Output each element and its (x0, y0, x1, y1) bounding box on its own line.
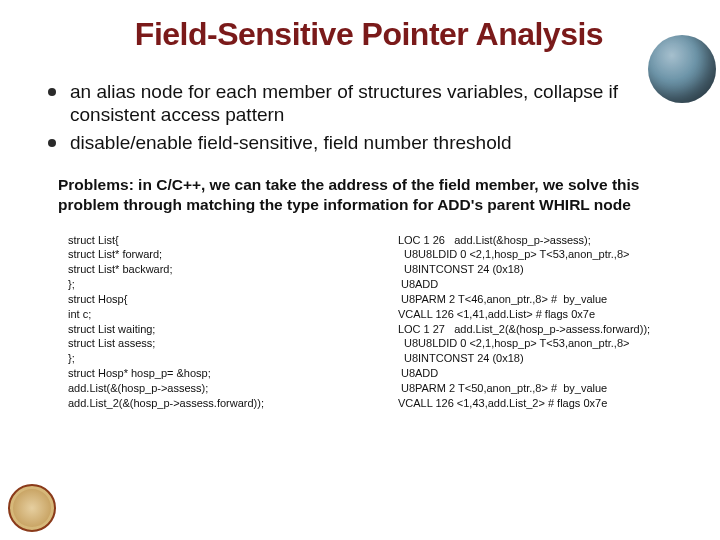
slide-title: Field-Sensitive Pointer Analysis (38, 18, 700, 52)
bullet-dot-icon (48, 139, 56, 147)
bullet-item: an alias node for each member of structu… (48, 80, 682, 128)
slide: Field-Sensitive Pointer Analysis an alia… (0, 0, 720, 540)
university-seal-icon (8, 484, 56, 532)
bullet-text: an alias node for each member of structu… (70, 80, 682, 128)
bullet-item: disable/enable field-sensitive, field nu… (48, 131, 682, 155)
code-right: LOC 1 26 add.List(&hosp_p->assess); U8U8… (398, 233, 690, 411)
code-left: struct List{ struct List* forward; struc… (68, 233, 348, 411)
globe-decoration (648, 35, 716, 103)
bullet-list: an alias node for each member of structu… (48, 80, 682, 155)
bullet-text: disable/enable field-sensitive, field nu… (70, 131, 511, 155)
code-columns: struct List{ struct List* forward; struc… (68, 233, 690, 411)
problems-paragraph: Problems: in C/C++, we can take the addr… (58, 175, 682, 215)
bullet-dot-icon (48, 88, 56, 96)
